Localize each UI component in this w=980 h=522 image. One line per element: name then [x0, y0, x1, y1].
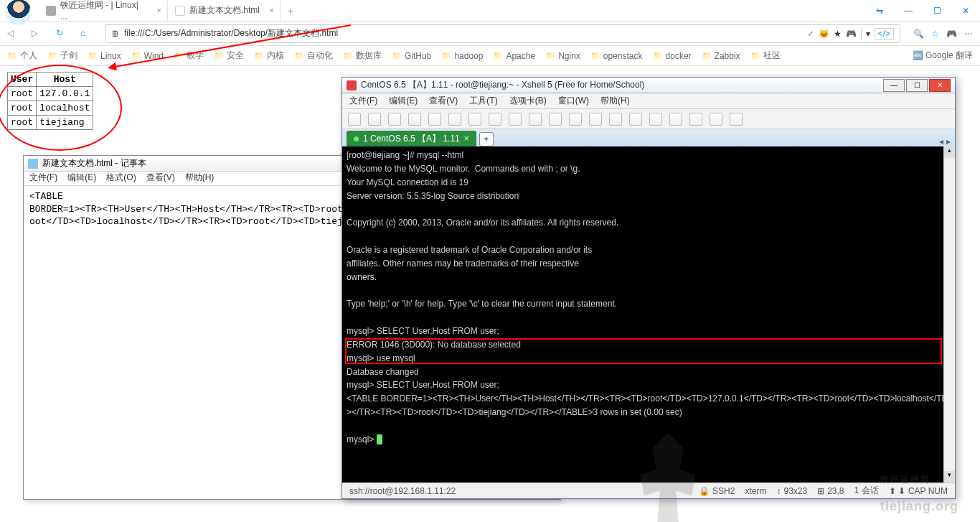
toolbar-item-icon[interactable]	[589, 113, 602, 126]
menu-view[interactable]: 查看(V)	[146, 172, 175, 185]
antivirus-icon[interactable]: 🐱	[819, 29, 829, 39]
bookmark-item[interactable]: hadoop	[441, 51, 483, 61]
tabs-right-icon[interactable]: ▸	[946, 136, 951, 146]
status-session: 1 会话	[854, 485, 879, 497]
toolbar-paste-icon[interactable]	[448, 113, 461, 126]
close-tab-icon[interactable]: ×	[464, 134, 469, 144]
rendered-html-table: UserHost root127.0.0.1 rootlocalhost roo…	[7, 72, 93, 130]
xshell-menubar: 文件(F) 编辑(E) 查看(V) 工具(T) 选项卡(B) 窗口(W) 帮助(…	[342, 93, 955, 109]
toolbar-item-icon[interactable]	[710, 113, 722, 126]
toolbar-item-icon[interactable]	[649, 113, 662, 126]
file-icon: 🗎	[111, 29, 120, 39]
toolbar-item-icon[interactable]	[669, 113, 682, 126]
bookmark-item[interactable]: Wind	[131, 51, 164, 61]
bookmark-item[interactable]: 自动化	[294, 50, 333, 62]
star-icon[interactable]: ★	[834, 29, 842, 39]
url-text: file:///C:/Users/Administrator/Desktop/新…	[124, 27, 338, 39]
scroll-up-icon[interactable]: ▴	[944, 146, 955, 158]
toolbar-item-icon[interactable]	[388, 113, 401, 126]
tab-2[interactable]: 新建文本文档.html ×	[168, 1, 281, 21]
code-icon[interactable]: </>	[875, 28, 894, 39]
tab-label: 铁匠运维网 - | Linux| ...	[60, 0, 147, 22]
tab-1[interactable]: 铁匠运维网 - | Linux| ... ×	[39, 1, 168, 21]
bookmark-item[interactable]: GitHub	[392, 51, 431, 61]
back-button[interactable]: ◁	[7, 28, 19, 39]
bookmark-item[interactable]: Nginx	[545, 51, 580, 61]
scroll-down-icon[interactable]: ▾	[944, 471, 955, 483]
menu-window[interactable]: 窗口(W)	[558, 95, 589, 107]
menu-file[interactable]: 文件(F)	[349, 95, 377, 107]
bookmark-item[interactable]: Zabbix	[702, 51, 740, 61]
session-tab-label: 1 CentOS 6.5 【A】 1.11	[363, 133, 460, 145]
home-button[interactable]: ⌂	[80, 28, 92, 39]
user-avatar[interactable]	[6, 0, 32, 25]
terminal[interactable]: [root@tiejiang ~]# mysql --html Welcome …	[342, 146, 955, 484]
toolbar-item-icon[interactable]	[408, 113, 421, 126]
terminal-output: [root@tiejiang ~]# mysql --html Welcome …	[347, 150, 948, 444]
minimize-button[interactable]: —	[883, 79, 905, 92]
maximize-button[interactable]: ☐	[923, 0, 951, 22]
bookmark-item[interactable]: openstack	[590, 51, 643, 61]
scrollbar[interactable]: ▴ ▾	[943, 146, 955, 483]
close-button[interactable]: ✕	[929, 79, 951, 92]
menu-tab[interactable]: 选项卡(B)	[509, 95, 547, 107]
add-session-button[interactable]: +	[479, 132, 494, 146]
session-tab[interactable]: 1 CentOS 6.5 【A】 1.11 ×	[347, 131, 476, 146]
toolbar-item-icon[interactable]	[730, 113, 743, 126]
toolbar-copy-icon[interactable]	[428, 113, 441, 126]
xshell-title: CentOS 6.5 【A】1.11 - root@tiejiang:~ - X…	[361, 79, 877, 91]
menu-button[interactable]: ⋯	[964, 29, 973, 39]
forward-button[interactable]: ▷	[32, 28, 43, 39]
gamepad-icon[interactable]: 🎮	[946, 29, 957, 39]
menu-view[interactable]: 查看(V)	[429, 95, 458, 107]
toolbar-new-icon[interactable]	[348, 113, 361, 126]
bookmark-item[interactable]: 数据库	[343, 50, 382, 62]
close-icon[interactable]: ×	[156, 6, 161, 16]
menu-help[interactable]: 帮助(H)	[600, 95, 630, 107]
bookmark-item[interactable]: 子剑	[47, 50, 77, 62]
menu-edit[interactable]: 编辑(E)	[67, 172, 96, 185]
dropdown-icon[interactable]: ▾	[861, 29, 870, 39]
maximize-button[interactable]: ☐	[906, 79, 928, 92]
bookmark-item[interactable]: 个人	[7, 50, 37, 62]
search-icon[interactable]: 🔍	[913, 29, 924, 39]
toolbar-item-icon[interactable]	[489, 113, 501, 126]
toolbar-item-icon[interactable]	[549, 113, 562, 126]
bookmark-item[interactable]: 内核	[254, 50, 284, 62]
minimize-button[interactable]: —	[894, 0, 923, 22]
check-icon[interactable]: ✓	[807, 29, 814, 39]
bookmark-item[interactable]: 社区	[750, 50, 781, 62]
bookmark-item[interactable]: Apache	[493, 51, 535, 61]
menu-file[interactable]: 文件(F)	[29, 172, 57, 185]
toolbar-open-icon[interactable]	[368, 113, 381, 126]
favorite-icon[interactable]: ☆	[931, 29, 939, 39]
sync-icon[interactable]: ⇋	[865, 0, 894, 22]
toolbar-search-icon[interactable]	[468, 113, 481, 126]
reload-button[interactable]: ↻	[56, 28, 67, 39]
url-input[interactable]: 🗎 file:///C:/Users/Administrator/Desktop…	[105, 24, 900, 43]
th-host: Host	[37, 73, 93, 87]
toolbar-item-icon[interactable]	[509, 113, 522, 126]
toolbar-font-icon[interactable]	[529, 113, 542, 126]
toolbar-help-icon[interactable]	[569, 113, 582, 126]
tabs-left-icon[interactable]: ◂	[939, 136, 943, 146]
toolbar-item-icon[interactable]	[689, 113, 702, 126]
menu-tools[interactable]: 工具(T)	[469, 95, 497, 107]
xshell-titlebar[interactable]: CentOS 6.5 【A】1.11 - root@tiejiang:~ - X…	[342, 78, 955, 93]
bookmark-item[interactable]: 教学	[174, 50, 204, 62]
translate-button[interactable]: 🔤 Google 翻译	[913, 50, 973, 62]
bookmark-item[interactable]: docker	[653, 51, 692, 61]
menu-help[interactable]: 帮助(H)	[185, 172, 215, 185]
menu-format[interactable]: 格式(O)	[106, 172, 136, 185]
game-icon[interactable]: 🎮	[846, 29, 857, 39]
toolbar-item-icon[interactable]	[629, 113, 642, 126]
menu-edit[interactable]: 编辑(E)	[389, 95, 418, 107]
status-term: xterm	[745, 486, 766, 496]
bookmark-item[interactable]: Linux	[88, 51, 121, 61]
new-tab-button[interactable]: +	[281, 5, 301, 17]
bookmark-item[interactable]: 安全	[214, 50, 244, 62]
notepad-icon	[28, 159, 38, 169]
toolbar-item-icon[interactable]	[609, 113, 622, 126]
close-button[interactable]: ✕	[951, 0, 980, 22]
close-icon[interactable]: ×	[269, 6, 274, 16]
